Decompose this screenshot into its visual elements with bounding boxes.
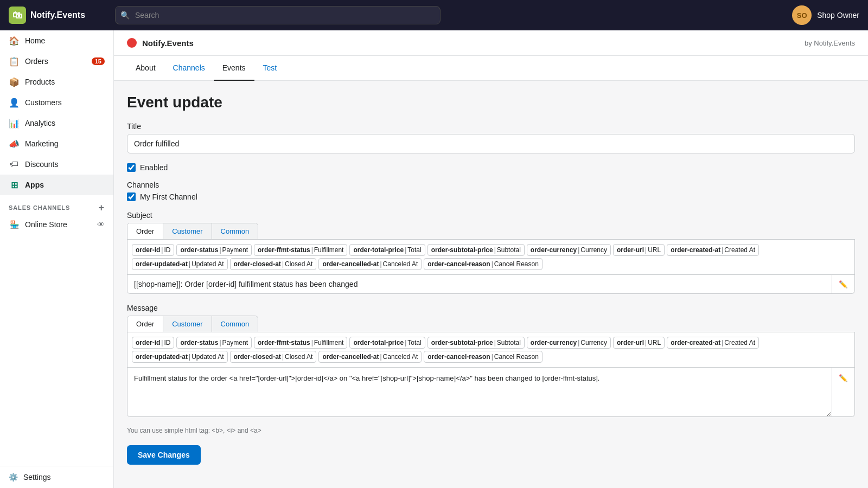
app-header-left: Notify.Events [127,38,194,48]
sidebar-item-discounts[interactable]: 🏷 Discounts [0,154,113,175]
tab-channels[interactable]: Channels [164,56,214,81]
search-bar[interactable]: 🔍 [115,6,441,24]
tag-order-url[interactable]: order-url | URL [613,337,665,349]
sidebar-item-marketing[interactable]: 📣 Marketing [0,133,113,154]
message-textarea[interactable] [127,368,832,416]
subject-input[interactable] [127,275,832,293]
hint-text: You can use simple html tag: <b>, <i> an… [127,427,855,434]
tag-order-url[interactable]: order-url | URL [613,244,665,256]
analytics-icon: 📊 [9,118,20,129]
tag-sep: | [189,353,190,361]
tag-sep: | [578,339,579,346]
tag-tab-link-common[interactable]: Common [221,320,250,328]
tag-tab-common[interactable]: Common [212,316,258,332]
search-input[interactable] [115,6,441,24]
tag-order-created-at[interactable]: order-created-at | Created At [667,244,759,256]
settings-label: Settings [23,473,51,481]
user-name: Shop Owner [817,11,859,20]
sidebar-label-orders: Orders [25,57,48,66]
online-store-label: Online Store [25,220,67,229]
tag-order-subtotal-price[interactable]: order-subtotal-price | Subtotal [427,337,525,349]
tag-order-currency[interactable]: order-currency | Currency [527,244,611,256]
tag-order-created-at[interactable]: order-created-at | Created At [667,337,759,349]
sidebar-item-analytics[interactable]: 📊 Analytics [0,113,113,133]
tag-sep: | [645,339,647,346]
tag-sep: | [189,260,190,268]
subject-group: Subject OrderCustomerCommon order-id | I… [127,211,855,294]
sidebar-item-home[interactable]: 🏠 Home [0,30,113,51]
tab-about[interactable]: About [127,56,164,81]
app-dot-icon [127,38,137,48]
subject-edit-button[interactable]: ✏️ [832,275,854,293]
channel-name: My First Channel [140,192,197,201]
message-edit-button[interactable]: ✏️ [832,368,854,416]
subject-input-row: ✏️ [127,275,855,294]
sidebar-item-orders[interactable]: 📋 Orders 15 [0,51,113,72]
tag-sep: | [645,246,647,254]
topbar: 🛍 Notify.Events 🔍 SO Shop Owner [0,0,868,30]
tag-order-ffmt-status[interactable]: order-ffmt-status | Fulfillment [254,337,347,349]
tag-order-total-price[interactable]: order-total-price | Total [349,337,425,349]
sales-channels-section: SALES CHANNELS + [0,195,113,215]
sidebar-item-settings[interactable]: ⚙️ Settings [0,466,113,488]
tag-tab-link-customer[interactable]: Customer [172,320,202,328]
tag-order-total-price[interactable]: order-total-price | Total [349,244,425,256]
tag-tab-customer[interactable]: Customer [163,316,212,332]
tag-order-cancelled-at[interactable]: order-cancelled-at | Canceled At [318,258,422,270]
tab-test[interactable]: Test [254,56,286,81]
app-name: Notify.Events [142,38,194,48]
save-changes-button[interactable]: Save Changes [127,445,201,465]
tag-order-updated-at[interactable]: order-updated-at | Updated At [132,351,228,363]
marketing-icon: 📣 [9,138,20,149]
tag-sep: | [311,246,313,254]
message-tags-row: order-id | IDorder-status | Paymentorder… [127,332,855,368]
apps-icon: ⊞ [9,179,20,190]
sidebar-item-online-store[interactable]: 🏪 Online Store 👁 [0,215,113,234]
tag-tab-order[interactable]: Order [127,316,163,332]
sidebar-item-apps[interactable]: ⊞ Apps [0,175,113,195]
discounts-icon: 🏷 [9,159,20,170]
customers-icon: 👤 [9,97,20,108]
tag-order-id[interactable]: order-id | ID [132,337,174,349]
tag-tab-link-customer[interactable]: Customer [172,227,202,235]
enabled-checkbox[interactable] [127,163,136,172]
tag-tab-common[interactable]: Common [212,223,258,239]
tag-tab-customer[interactable]: Customer [163,223,212,239]
tag-order-status[interactable]: order-status | Payment [176,244,252,256]
tag-order-closed-at[interactable]: order-closed-at | Closed At [230,258,317,270]
tag-tab-link-common[interactable]: Common [221,227,250,235]
tag-sep: | [494,246,496,254]
tag-order-cancel-reason[interactable]: order-cancel-reason | Cancel Reason [424,258,542,270]
tag-sep: | [492,353,493,361]
subject-tags-row: order-id | IDorder-status | Paymentorder… [127,239,855,275]
tag-order-updated-at[interactable]: order-updated-at | Updated At [132,258,228,270]
tag-sep: | [219,246,221,254]
tag-order-cancelled-at[interactable]: order-cancelled-at | Canceled At [318,351,422,363]
app-logo: 🛍 Notify.Events [9,7,106,24]
channels-label: Channels [127,181,855,189]
tag-sep: | [405,339,406,346]
tag-order-status[interactable]: order-status | Payment [176,337,252,349]
subject-tag-tabs: OrderCustomerCommon [127,223,258,239]
title-input[interactable] [127,134,855,153]
sidebar-item-customers[interactable]: 👤 Customers [0,92,113,113]
sidebar: 🏠 Home 📋 Orders 15📦 Products 👤 Customers… [0,30,114,488]
sidebar-label-marketing: Marketing [25,139,58,148]
tag-tab-order[interactable]: Order [127,223,163,239]
tag-order-currency[interactable]: order-currency | Currency [527,337,611,349]
tab-events[interactable]: Events [214,56,254,81]
sidebar-item-products[interactable]: 📦 Products [0,72,113,92]
add-channel-button[interactable]: + [99,203,105,213]
tag-order-id[interactable]: order-id | ID [132,244,174,256]
tag-order-ffmt-status[interactable]: order-ffmt-status | Fulfillment [254,244,347,256]
eye-icon[interactable]: 👁 [97,220,105,229]
avatar[interactable]: SO [792,5,812,25]
tag-order-closed-at[interactable]: order-closed-at | Closed At [230,351,317,363]
tag-order-subtotal-price[interactable]: order-subtotal-price | Subtotal [427,244,525,256]
settings-icon: ⚙️ [9,473,18,481]
store-icon: 🏪 [9,219,20,230]
channel-checkbox[interactable] [127,192,136,201]
tag-order-cancel-reason[interactable]: order-cancel-reason | Cancel Reason [424,351,542,363]
tag-sep: | [492,260,493,268]
tag-sep: | [380,353,381,361]
